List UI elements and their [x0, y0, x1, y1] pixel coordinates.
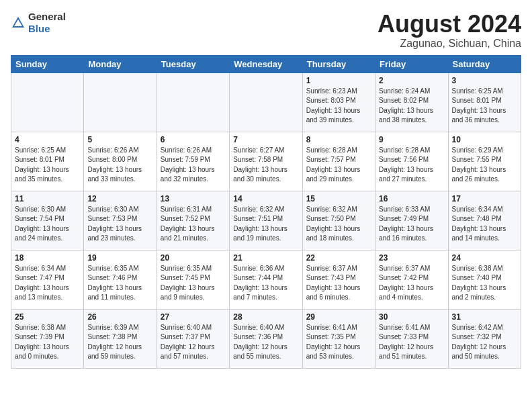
logo: General Blue [11, 11, 66, 35]
day-info: Sunrise: 6:38 AM Sunset: 7:39 PM Dayligh… [15, 323, 80, 362]
calendar-day-cell: 21Sunrise: 6:36 AM Sunset: 7:44 PM Dayli… [230, 250, 302, 309]
day-info: Sunrise: 6:29 AM Sunset: 7:55 PM Dayligh… [452, 146, 517, 185]
calendar-day-cell: 30Sunrise: 6:41 AM Sunset: 7:33 PM Dayli… [375, 309, 448, 368]
day-info: Sunrise: 6:23 AM Sunset: 8:03 PM Dayligh… [306, 87, 371, 126]
calendar-day-cell: 11Sunrise: 6:30 AM Sunset: 7:54 PM Dayli… [11, 191, 84, 250]
calendar-day-cell: 26Sunrise: 6:39 AM Sunset: 7:38 PM Dayli… [84, 309, 157, 368]
weekday-thursday: Thursday [302, 55, 375, 73]
day-number: 22 [306, 253, 371, 263]
day-number: 20 [161, 253, 226, 263]
day-number: 16 [379, 194, 444, 203]
calendar-day-cell [11, 73, 84, 132]
day-info: Sunrise: 6:39 AM Sunset: 7:38 PM Dayligh… [87, 323, 152, 362]
day-info: Sunrise: 6:37 AM Sunset: 7:43 PM Dayligh… [306, 264, 371, 303]
calendar-day-cell: 15Sunrise: 6:32 AM Sunset: 7:50 PM Dayli… [302, 191, 375, 250]
day-info: Sunrise: 6:42 AM Sunset: 7:32 PM Dayligh… [452, 323, 517, 362]
title-block: August 2024 Zagunao, Sichuan, China [378, 11, 521, 50]
day-number: 27 [161, 312, 226, 322]
calendar-day-cell: 7Sunrise: 6:27 AM Sunset: 7:58 PM Daylig… [230, 132, 302, 191]
calendar-day-cell: 8Sunrise: 6:28 AM Sunset: 7:57 PM Daylig… [302, 132, 375, 191]
day-number: 10 [452, 135, 517, 144]
calendar-day-cell: 17Sunrise: 6:34 AM Sunset: 7:48 PM Dayli… [448, 191, 521, 250]
weekday-sunday: Sunday [11, 55, 84, 73]
day-number: 30 [379, 312, 444, 322]
weekday-tuesday: Tuesday [157, 55, 229, 73]
day-number: 1 [306, 76, 371, 85]
day-info: Sunrise: 6:31 AM Sunset: 7:52 PM Dayligh… [161, 205, 226, 244]
month-title: August 2024 [378, 11, 521, 38]
calendar-day-cell: 13Sunrise: 6:31 AM Sunset: 7:52 PM Dayli… [157, 191, 229, 250]
day-number: 17 [452, 194, 517, 203]
day-info: Sunrise: 6:37 AM Sunset: 7:42 PM Dayligh… [379, 264, 444, 303]
weekday-monday: Monday [84, 55, 157, 73]
calendar-day-cell [230, 73, 302, 132]
day-number: 18 [15, 253, 80, 263]
calendar-day-cell: 24Sunrise: 6:38 AM Sunset: 7:40 PM Dayli… [448, 250, 521, 309]
calendar-day-cell: 18Sunrise: 6:34 AM Sunset: 7:47 PM Dayli… [11, 250, 84, 309]
location: Zagunao, Sichuan, China [378, 38, 521, 50]
day-number: 25 [15, 312, 80, 322]
calendar-week-row: 4Sunrise: 6:25 AM Sunset: 8:01 PM Daylig… [11, 132, 521, 191]
day-info: Sunrise: 6:32 AM Sunset: 7:50 PM Dayligh… [306, 205, 371, 244]
calendar-day-cell: 20Sunrise: 6:35 AM Sunset: 7:45 PM Dayli… [157, 250, 229, 309]
day-info: Sunrise: 6:41 AM Sunset: 7:33 PM Dayligh… [379, 323, 444, 362]
calendar-week-row: 25Sunrise: 6:38 AM Sunset: 7:39 PM Dayli… [11, 309, 521, 368]
day-number: 2 [379, 76, 444, 85]
day-info: Sunrise: 6:24 AM Sunset: 8:02 PM Dayligh… [379, 87, 444, 126]
calendar-day-cell: 3Sunrise: 6:25 AM Sunset: 8:01 PM Daylig… [448, 73, 521, 132]
day-info: Sunrise: 6:34 AM Sunset: 7:48 PM Dayligh… [452, 205, 517, 244]
day-info: Sunrise: 6:36 AM Sunset: 7:44 PM Dayligh… [233, 264, 298, 303]
day-info: Sunrise: 6:40 AM Sunset: 7:37 PM Dayligh… [161, 323, 226, 362]
calendar-day-cell: 28Sunrise: 6:40 AM Sunset: 7:36 PM Dayli… [230, 309, 302, 368]
day-number: 11 [15, 194, 80, 203]
day-info: Sunrise: 6:25 AM Sunset: 8:01 PM Dayligh… [15, 146, 80, 185]
day-info: Sunrise: 6:38 AM Sunset: 7:40 PM Dayligh… [452, 264, 517, 303]
calendar-day-cell: 22Sunrise: 6:37 AM Sunset: 7:43 PM Dayli… [302, 250, 375, 309]
calendar-day-cell: 25Sunrise: 6:38 AM Sunset: 7:39 PM Dayli… [11, 309, 84, 368]
day-number: 19 [87, 253, 152, 263]
weekday-friday: Friday [375, 55, 448, 73]
calendar-day-cell: 6Sunrise: 6:26 AM Sunset: 7:59 PM Daylig… [157, 132, 229, 191]
day-info: Sunrise: 6:25 AM Sunset: 8:01 PM Dayligh… [452, 87, 517, 126]
day-info: Sunrise: 6:30 AM Sunset: 7:53 PM Dayligh… [87, 205, 152, 244]
logo-icon [11, 15, 26, 30]
day-info: Sunrise: 6:26 AM Sunset: 8:00 PM Dayligh… [87, 146, 152, 185]
calendar-day-cell: 29Sunrise: 6:41 AM Sunset: 7:35 PM Dayli… [302, 309, 375, 368]
day-number: 8 [306, 135, 371, 144]
day-number: 31 [452, 312, 517, 322]
calendar-day-cell: 5Sunrise: 6:26 AM Sunset: 8:00 PM Daylig… [84, 132, 157, 191]
day-number: 23 [379, 253, 444, 263]
calendar-week-row: 11Sunrise: 6:30 AM Sunset: 7:54 PM Dayli… [11, 191, 521, 250]
day-number: 29 [306, 312, 371, 322]
calendar-day-cell: 4Sunrise: 6:25 AM Sunset: 8:01 PM Daylig… [11, 132, 84, 191]
weekday-saturday: Saturday [448, 55, 521, 73]
day-number: 9 [379, 135, 444, 144]
day-number: 15 [306, 194, 371, 203]
calendar-day-cell: 10Sunrise: 6:29 AM Sunset: 7:55 PM Dayli… [448, 132, 521, 191]
day-number: 7 [233, 135, 298, 144]
calendar-day-cell: 2Sunrise: 6:24 AM Sunset: 8:02 PM Daylig… [375, 73, 448, 132]
weekday-row: SundayMondayTuesdayWednesdayThursdayFrid… [11, 55, 521, 73]
day-number: 21 [233, 253, 298, 263]
day-number: 13 [161, 194, 226, 203]
day-info: Sunrise: 6:35 AM Sunset: 7:46 PM Dayligh… [87, 264, 152, 303]
day-info: Sunrise: 6:28 AM Sunset: 7:56 PM Dayligh… [379, 146, 444, 185]
page-header: General Blue August 2024 Zagunao, Sichua… [11, 11, 521, 50]
logo-blue-text: Blue [28, 23, 50, 34]
calendar-day-cell: 12Sunrise: 6:30 AM Sunset: 7:53 PM Dayli… [84, 191, 157, 250]
day-info: Sunrise: 6:34 AM Sunset: 7:47 PM Dayligh… [15, 264, 80, 303]
day-info: Sunrise: 6:35 AM Sunset: 7:45 PM Dayligh… [161, 264, 226, 303]
calendar-day-cell: 23Sunrise: 6:37 AM Sunset: 7:42 PM Dayli… [375, 250, 448, 309]
day-info: Sunrise: 6:27 AM Sunset: 7:58 PM Dayligh… [233, 146, 298, 185]
calendar-week-row: 1Sunrise: 6:23 AM Sunset: 8:03 PM Daylig… [11, 73, 521, 132]
day-number: 4 [15, 135, 80, 144]
calendar-day-cell: 14Sunrise: 6:32 AM Sunset: 7:51 PM Dayli… [230, 191, 302, 250]
day-info: Sunrise: 6:32 AM Sunset: 7:51 PM Dayligh… [233, 205, 298, 244]
day-info: Sunrise: 6:41 AM Sunset: 7:35 PM Dayligh… [306, 323, 371, 362]
calendar-day-cell [84, 73, 157, 132]
calendar-header: SundayMondayTuesdayWednesdayThursdayFrid… [11, 55, 521, 73]
calendar-day-cell: 19Sunrise: 6:35 AM Sunset: 7:46 PM Dayli… [84, 250, 157, 309]
calendar-day-cell: 31Sunrise: 6:42 AM Sunset: 7:32 PM Dayli… [448, 309, 521, 368]
calendar-day-cell [157, 73, 229, 132]
day-number: 3 [452, 76, 517, 85]
